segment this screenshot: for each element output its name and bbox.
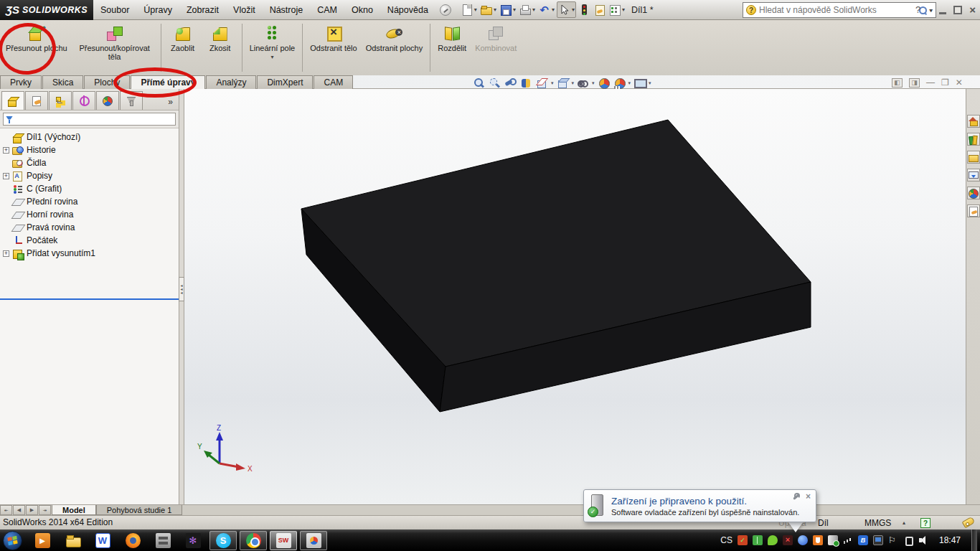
model-tab[interactable]: Model bbox=[52, 505, 96, 515]
menu-vlozit[interactable]: Vložit bbox=[226, 0, 263, 20]
device-ready-tray-icon[interactable] bbox=[828, 535, 838, 545]
tab-cam[interactable]: CAM bbox=[314, 75, 353, 89]
view-orientation-dropdown[interactable]: ▾ bbox=[551, 80, 554, 86]
open-file-dropdown[interactable]: ▾ bbox=[494, 6, 496, 13]
save-button[interactable]: ▾ bbox=[499, 2, 517, 17]
model-black-slab[interactable] bbox=[184, 89, 966, 504]
show-desktop-button[interactable] bbox=[971, 529, 977, 551]
panel-overflow-chevron[interactable]: » bbox=[164, 97, 177, 110]
sync-icon[interactable] bbox=[798, 535, 808, 545]
propertymanager-tab[interactable] bbox=[25, 91, 48, 110]
menu-upravy[interactable]: Úpravy bbox=[136, 0, 179, 20]
file-explorer-button[interactable] bbox=[967, 151, 980, 164]
close-button[interactable]: × bbox=[969, 0, 976, 20]
tab-analyzy[interactable]: Analýzy bbox=[206, 75, 256, 89]
menu-zobrazit[interactable]: Zobrazit bbox=[179, 0, 226, 20]
hide-show-dropdown[interactable]: ▾ bbox=[592, 80, 595, 86]
language-indicator[interactable]: CS bbox=[720, 535, 732, 545]
apply-scene-dropdown[interactable]: ▾ bbox=[628, 80, 631, 86]
messenger-icon[interactable] bbox=[768, 535, 778, 545]
tab-first-icon[interactable]: ⯬ bbox=[0, 505, 12, 515]
bluetooth-icon[interactable] bbox=[858, 535, 868, 545]
help-search-box[interactable]: ? ▾ bbox=[743, 2, 936, 18]
featuremanager-pane-icon[interactable]: ◧ bbox=[892, 78, 903, 88]
volume-icon[interactable] bbox=[918, 535, 928, 545]
select-button[interactable]: ▾ bbox=[557, 1, 576, 18]
units-text[interactable]: MMGS bbox=[864, 518, 891, 528]
device-ready-notification[interactable]: Zařízení je připraveno k použití. Softwa… bbox=[583, 489, 816, 522]
quick-tips-icon[interactable]: ? bbox=[920, 518, 930, 528]
taskbar-word[interactable] bbox=[89, 531, 116, 550]
taskbar-chrome[interactable] bbox=[240, 531, 267, 550]
linear-pattern-button[interactable]: Lineární pole ▾ bbox=[245, 22, 300, 74]
displaymanager-tab[interactable] bbox=[96, 91, 119, 110]
expand-plus-icon[interactable] bbox=[3, 250, 9, 257]
previous-view-icon[interactable] bbox=[504, 77, 517, 89]
new-file-button[interactable]: ▾ bbox=[460, 2, 478, 17]
power-plug-icon[interactable] bbox=[903, 535, 913, 545]
view-settings-dropdown[interactable]: ▾ bbox=[649, 80, 651, 86]
design-library-button[interactable] bbox=[967, 133, 980, 146]
select-dropdown[interactable]: ▾ bbox=[572, 6, 575, 13]
tab-dimxpert[interactable]: DimXpert bbox=[257, 75, 313, 89]
motion-study-tab[interactable]: Pohybová studie 1 bbox=[96, 505, 183, 515]
tree-item-history[interactable]: Historie bbox=[0, 143, 179, 156]
notification-close-icon[interactable]: × bbox=[806, 493, 811, 501]
units-dropdown-icon[interactable]: ▴ bbox=[903, 519, 905, 526]
print-button[interactable]: ▾ bbox=[518, 2, 536, 17]
splitter-collapse-handle[interactable]: ◂ ◂ ◂ bbox=[179, 277, 184, 301]
tab-skica[interactable]: Skica bbox=[42, 75, 83, 89]
security-shield-icon[interactable] bbox=[753, 535, 763, 545]
featuremanager-tree-tab[interactable] bbox=[1, 91, 24, 110]
tree-item-origin[interactable]: Počátek bbox=[0, 234, 179, 247]
split-button[interactable]: Rozdělit bbox=[433, 22, 471, 74]
menu-napoveda[interactable]: Nápověda bbox=[380, 0, 435, 20]
custom-properties-button[interactable] bbox=[967, 204, 980, 217]
help-dropdown[interactable]: ▾ bbox=[929, 7, 932, 14]
menu-okno[interactable]: Okno bbox=[344, 0, 380, 20]
search-input[interactable] bbox=[759, 5, 917, 15]
menu-cam[interactable]: CAM bbox=[310, 0, 344, 20]
file-properties-button[interactable] bbox=[593, 2, 606, 17]
taskbar-utility[interactable] bbox=[149, 531, 176, 550]
tab-next-icon[interactable]: ▶ bbox=[26, 505, 38, 515]
tab-prime-upravy[interactable]: Přímé úpravy bbox=[131, 75, 205, 89]
pin-menu-icon[interactable] bbox=[440, 4, 451, 16]
restore-button[interactable] bbox=[953, 6, 962, 14]
chamfer-button[interactable]: Zkosit bbox=[202, 22, 239, 74]
view-settings-icon[interactable] bbox=[633, 77, 646, 89]
delete-body-button[interactable]: Odstranit tělo bbox=[306, 22, 361, 74]
view-palette-button[interactable] bbox=[967, 169, 980, 182]
tab-previous-icon[interactable]: ◀ bbox=[13, 505, 25, 515]
java-icon[interactable] bbox=[813, 535, 823, 545]
tree-item-top-plane[interactable]: Horní rovina bbox=[0, 208, 179, 221]
panel-splitter[interactable]: ◂ ◂ ◂ bbox=[179, 89, 184, 504]
display-style-icon[interactable] bbox=[556, 77, 570, 89]
tab-plochy[interactable]: Plochy bbox=[84, 75, 130, 89]
network-signal-icon[interactable] bbox=[843, 535, 853, 545]
zoom-to-fit-icon[interactable] bbox=[472, 77, 486, 89]
hide-show-items-icon[interactable] bbox=[576, 77, 590, 89]
display-icon[interactable] bbox=[873, 535, 883, 545]
tree-item-front-plane[interactable]: Přední rovina bbox=[0, 195, 179, 208]
dimxpertmanager-tab[interactable] bbox=[72, 91, 95, 110]
doc-restore-icon[interactable]: ❐ bbox=[941, 77, 949, 88]
tree-filter-box[interactable] bbox=[3, 113, 176, 126]
antivirus-icon[interactable] bbox=[738, 535, 748, 545]
configurationmanager-tab[interactable] bbox=[49, 91, 72, 110]
edit-appearance-icon[interactable] bbox=[597, 77, 611, 89]
save-dropdown[interactable]: ▾ bbox=[513, 6, 516, 13]
taskbar-clock[interactable]: 18:47 bbox=[933, 535, 966, 545]
undo-dropdown[interactable]: ▾ bbox=[552, 6, 555, 13]
expand-plus-icon[interactable] bbox=[3, 173, 9, 179]
appearances-button[interactable] bbox=[967, 187, 980, 199]
move-face-button[interactable]: ⇄ Přesunout plochu bbox=[1, 22, 72, 74]
taskbar-media-player[interactable] bbox=[29, 531, 56, 550]
help-button[interactable]: ? bbox=[915, 0, 920, 20]
wrench-icon[interactable] bbox=[792, 493, 800, 501]
open-file-button[interactable]: ▾ bbox=[479, 2, 497, 17]
taskbar-firefox[interactable] bbox=[119, 531, 146, 550]
tree-item-boss-extrude[interactable]: Přidat vysunutím1 bbox=[0, 247, 179, 260]
view-orientation-icon[interactable] bbox=[535, 77, 549, 89]
options-dropdown[interactable]: ▾ bbox=[622, 6, 625, 13]
